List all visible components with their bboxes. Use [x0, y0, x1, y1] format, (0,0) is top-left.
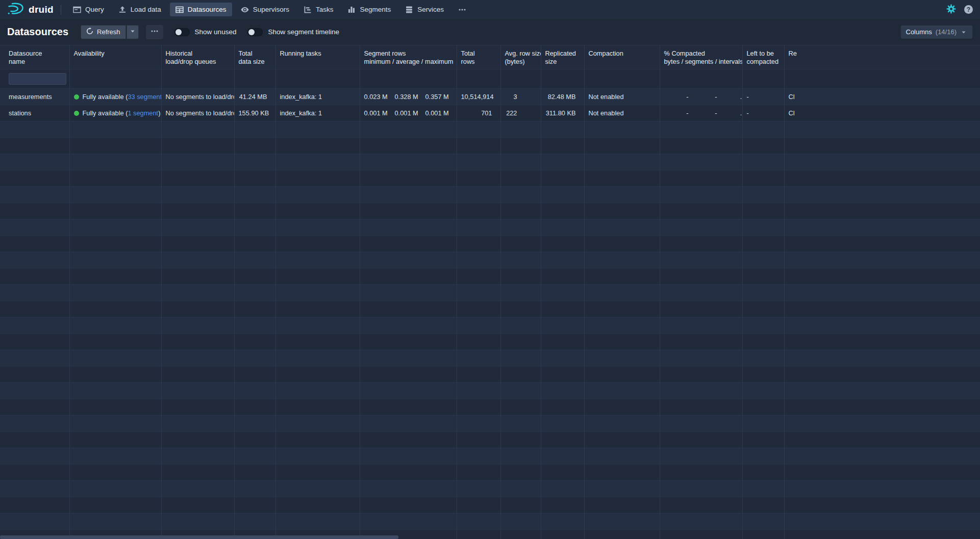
empty-cell [584, 154, 660, 170]
col-header-avg-row-size[interactable]: Avg. row size(bytes) [500, 45, 541, 69]
empty-cell [584, 170, 660, 187]
empty-cell [541, 252, 584, 268]
col-header-pct-compacted[interactable]: % Compactedbytes / segments / intervals [660, 45, 742, 69]
empty-cell [69, 268, 161, 285]
empty-cell [500, 203, 541, 219]
empty-cell [275, 236, 360, 252]
datasource-name-cell[interactable]: stations [0, 105, 69, 121]
empty-cell [275, 481, 360, 497]
help-button[interactable]: ? [964, 5, 973, 14]
empty-cell [360, 481, 457, 497]
empty-row [0, 203, 980, 219]
empty-cell [742, 350, 784, 366]
empty-cell [500, 415, 541, 432]
nav-more-button[interactable] [453, 3, 472, 16]
query-icon [73, 6, 81, 14]
col-header-retention[interactable]: Re [784, 45, 980, 69]
empty-row [0, 317, 980, 334]
show-unused-toggle[interactable] [174, 28, 190, 36]
refresh-dropdown-button[interactable] [127, 25, 139, 39]
col-header-compaction[interactable]: Compaction [584, 45, 660, 69]
empty-cell [0, 464, 69, 481]
col-header-segment-rows[interactable]: Segment rowsminimum / average / maximum [360, 45, 457, 69]
empty-cell [784, 301, 980, 317]
empty-cell [275, 187, 360, 203]
empty-cell [784, 138, 980, 154]
col-header-running-tasks[interactable]: Running tasks [275, 45, 360, 69]
datasource-name-cell[interactable]: measurements [0, 89, 69, 105]
nav-item-tasks[interactable]: Tasks [298, 3, 339, 16]
empty-cell [69, 497, 161, 513]
empty-cell [784, 252, 980, 268]
col-header-replicated-size[interactable]: Replicatedsize [541, 45, 584, 69]
empty-row [0, 497, 980, 513]
empty-cell [500, 464, 541, 481]
empty-cell [234, 268, 275, 285]
empty-cell [660, 121, 742, 138]
empty-cell [742, 121, 784, 138]
empty-cell [784, 399, 980, 415]
empty-cell [457, 317, 500, 334]
nav-item-load-data[interactable]: Load data [113, 3, 167, 16]
empty-cell [742, 530, 784, 539]
empty-cell [784, 513, 980, 530]
empty-cell [500, 432, 541, 448]
empty-cell [742, 219, 784, 236]
empty-cell [660, 432, 742, 448]
empty-cell [360, 301, 457, 317]
empty-cell [161, 383, 234, 399]
nav-item-query[interactable]: Query [67, 3, 110, 16]
segments-link[interactable]: 1 segment [128, 109, 158, 117]
empty-cell [0, 121, 69, 138]
segment-rows-max: 0.001 M [425, 109, 449, 117]
empty-cell [500, 236, 541, 252]
col-header-left-to-compact[interactable]: Left to becompacted [742, 45, 784, 69]
show-segment-timeline-toggle[interactable] [247, 28, 263, 36]
col-header-availability[interactable]: Availability [69, 45, 161, 69]
horizontal-scrollbar[interactable] [0, 535, 398, 539]
empty-cell [69, 154, 161, 170]
retention-cell: Cl [784, 105, 980, 121]
empty-cell [161, 350, 234, 366]
nav-item-supervisors[interactable]: Supervisors [235, 3, 295, 16]
empty-cell [161, 415, 234, 432]
empty-cell [660, 448, 742, 464]
empty-cell [784, 481, 980, 497]
empty-cell [660, 464, 742, 481]
datasource-filter-input[interactable] [9, 73, 66, 85]
druid-logo[interactable]: druid [7, 2, 54, 17]
empty-row [0, 399, 980, 415]
col-header-load-drop-queues[interactable]: Historicalload/drop queues [161, 45, 234, 69]
pct-compacted-cell: --... [660, 89, 742, 105]
empty-row [0, 268, 980, 285]
refresh-button[interactable]: Refresh [81, 25, 126, 39]
segments-link[interactable]: 33 segments [128, 93, 161, 101]
nav-item-datasources[interactable]: Datasources [170, 3, 232, 16]
services-icon [405, 6, 413, 14]
nav-item-services[interactable]: Services [399, 3, 449, 16]
refresh-icon [86, 28, 93, 36]
settings-button[interactable] [946, 4, 956, 15]
datasources-table: Datasourcename Availability Historicallo… [0, 45, 980, 539]
more-actions-button[interactable] [146, 25, 163, 39]
empty-cell [0, 350, 69, 366]
empty-cell [457, 219, 500, 236]
col-header-total-rows[interactable]: Totalrows [457, 45, 500, 69]
empty-cell [234, 481, 275, 497]
empty-cell [784, 219, 980, 236]
empty-cell [500, 252, 541, 268]
empty-cell [742, 268, 784, 285]
col-header-total-data-size[interactable]: Totaldata size [234, 45, 275, 69]
empty-row [0, 138, 980, 154]
table-row-measurements: measurements Fully available (33 segment… [0, 89, 980, 105]
empty-cell [360, 170, 457, 187]
empty-row [0, 350, 980, 366]
columns-button[interactable]: Columns (14/16) [900, 25, 973, 39]
nav-item-segments[interactable]: Segments [342, 3, 396, 16]
empty-cell [784, 121, 980, 138]
col-header-datasource-name[interactable]: Datasourcename [0, 45, 69, 69]
empty-cell [457, 268, 500, 285]
empty-cell [742, 154, 784, 170]
empty-cell [0, 154, 69, 170]
empty-cell [584, 464, 660, 481]
